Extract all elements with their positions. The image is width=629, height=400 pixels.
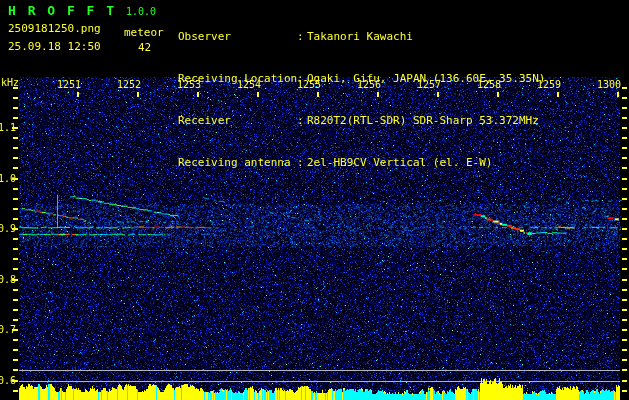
freq-axis-unit-label: kHz	[1, 77, 19, 88]
time-tick-label: 1300	[597, 79, 621, 90]
metadata-separator: :	[297, 30, 307, 44]
datetime-label: 25.09.18 12:50	[8, 40, 101, 53]
output-filename: 2509181250.png	[8, 22, 101, 35]
metadata-separator: :	[297, 114, 307, 128]
metadata-row: Receiving antenna:2el-HB9CV Vertical (el…	[178, 156, 545, 170]
metadata-value: 2el-HB9CV Vertical (el. E-W)	[307, 156, 492, 170]
time-tick-label: 1251	[57, 79, 81, 90]
freq-tick-label: 0.6	[0, 375, 14, 386]
time-tick-label: 1258	[477, 79, 501, 90]
freq-tick-label: 0.9	[0, 223, 14, 234]
time-tick-label: 1257	[417, 79, 441, 90]
freq-tick-label: 0.7	[0, 324, 14, 335]
time-tick-label: 1254	[237, 79, 261, 90]
time-tick-label: 1253	[177, 79, 201, 90]
metadata-label: Receiving antenna	[178, 156, 297, 170]
metadata-row: Receiver:R820T2(RTL-SDR) SDR-Sharp 53.37…	[178, 114, 545, 128]
time-tick-label: 1259	[537, 79, 561, 90]
time-tick-label: 1255	[297, 79, 321, 90]
time-tick-label: 1252	[117, 79, 141, 90]
hrofft-screen: H R O F F T 1.0.0 2509181250.png meteor …	[0, 0, 629, 400]
metadata-row: Observer:Takanori Kawachi	[178, 30, 545, 44]
freq-tick-label: 1.1	[0, 122, 14, 133]
metadata-value: R820T2(RTL-SDR) SDR-Sharp 53.372MHz	[307, 114, 539, 128]
metadata-value: Takanori Kawachi	[307, 30, 413, 44]
freq-tick-label: 1.0	[0, 173, 14, 184]
time-tick-label: 1256	[357, 79, 381, 90]
app-title: H R O F F T	[8, 3, 116, 18]
echo-count: 42	[138, 41, 151, 54]
metadata-label: Receiver	[178, 114, 297, 128]
observer-metadata: Observer:Takanori Kawachi Receiving Loca…	[178, 2, 545, 198]
app-version: 1.0.0	[126, 6, 156, 17]
mode-label: meteor	[124, 26, 164, 39]
freq-tick-label: 0.8	[0, 274, 14, 285]
metadata-label: Observer	[178, 30, 297, 44]
metadata-separator: :	[297, 156, 307, 170]
